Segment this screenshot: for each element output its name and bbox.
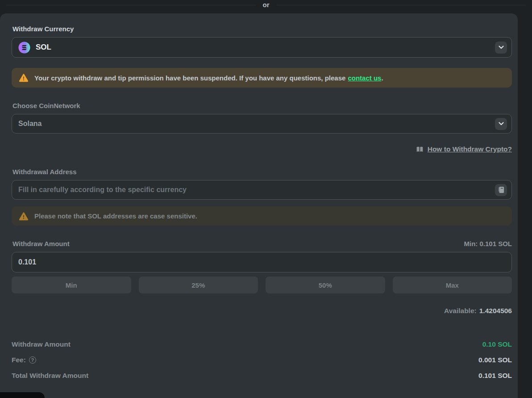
summary-withdraw-amount-value: 0.10 SOL <box>482 340 512 348</box>
warning-triangle-icon <box>19 212 29 221</box>
solana-icon <box>18 42 30 54</box>
address-book-button[interactable] <box>495 184 507 196</box>
or-divider-label: or <box>263 0 270 10</box>
pct-50-button[interactable]: 50% <box>266 277 385 293</box>
summary-total-label: Total Withdraw Amount <box>12 372 88 380</box>
withdraw-amount-label: Withdraw Amount <box>12 240 70 247</box>
currency-dropdown-button[interactable] <box>495 42 507 54</box>
network-select[interactable]: Solana <box>12 114 512 134</box>
summary-total-value: 0.101 SOL <box>478 372 512 380</box>
address-book-icon <box>498 186 504 193</box>
withdraw-summary: Withdraw Amount 0.10 SOL Fee: ? 0.001 SO… <box>12 340 512 380</box>
suspension-notice-text: Your crypto withdraw and tip permission … <box>34 74 383 82</box>
network-value: Solana <box>18 120 42 128</box>
network-dropdown-button[interactable] <box>495 118 507 130</box>
withdraw-amount-input[interactable] <box>18 258 505 266</box>
case-sensitive-notice: Please note that SOL addresses are case … <box>12 206 512 226</box>
min-amount-info: Min: 0.101 SOL <box>464 240 512 247</box>
quick-amount-buttons: Min 25% 50% Max <box>12 277 512 293</box>
network-label: Choose CoinNetwork <box>12 102 512 109</box>
divider-line <box>6 5 256 5</box>
case-sensitive-text: Please note that SOL addresses are case … <box>34 212 197 220</box>
min-button[interactable]: Min <box>12 277 131 293</box>
summary-row-withdraw-amount: Withdraw Amount 0.10 SOL <box>12 340 512 349</box>
max-button[interactable]: Max <box>393 277 512 293</box>
summary-withdraw-amount-label: Withdraw Amount <box>12 340 71 348</box>
question-circle-icon[interactable]: ? <box>29 356 36 364</box>
suspension-text-after: . <box>381 74 383 82</box>
summary-fee-value: 0.001 SOL <box>478 356 512 364</box>
summary-row-fee: Fee: ? 0.001 SOL <box>12 356 512 364</box>
divider-line <box>277 5 526 5</box>
withdraw-currency-label: Withdraw Currency <box>12 25 512 33</box>
chevron-down-icon <box>499 46 504 49</box>
withdrawal-address-label: Withdrawal Address <box>12 168 512 176</box>
available-value: 1.4204506 <box>479 307 512 315</box>
warning-triangle-icon <box>19 73 29 82</box>
withdraw-currency-value: SOL <box>36 43 51 52</box>
summary-fee-label: Fee: ? <box>12 356 36 364</box>
withdraw-currency-select[interactable]: SOL <box>12 37 512 58</box>
suspension-notice: Your crypto withdraw and tip permission … <box>12 68 512 88</box>
open-book-icon <box>416 146 424 152</box>
withdrawal-address-input[interactable] <box>18 186 495 194</box>
suspension-text-before: Your crypto withdraw and tip permission … <box>34 74 345 82</box>
withdraw-panel: Withdraw Currency SOL <box>0 13 518 398</box>
summary-row-total: Total Withdraw Amount 0.101 SOL <box>12 371 512 380</box>
or-divider: or <box>0 0 532 10</box>
contact-us-link[interactable]: contact us <box>348 74 381 82</box>
available-row: Available: 1.4204506 <box>12 307 512 315</box>
how-to-withdraw-link[interactable]: How to Withdraw Crypto? <box>428 145 512 153</box>
withdrawal-address-field[interactable] <box>12 180 512 200</box>
available-label: Available: <box>444 307 477 315</box>
help-row: How to Withdraw Crypto? <box>12 145 512 153</box>
fee-label-text: Fee: <box>12 356 26 364</box>
corner-widget[interactable] <box>0 392 45 398</box>
chevron-down-icon <box>499 122 504 126</box>
pct-25-button[interactable]: 25% <box>139 277 258 293</box>
withdraw-amount-field[interactable] <box>12 252 512 272</box>
amount-header: Withdraw Amount Min: 0.101 SOL <box>12 240 512 247</box>
